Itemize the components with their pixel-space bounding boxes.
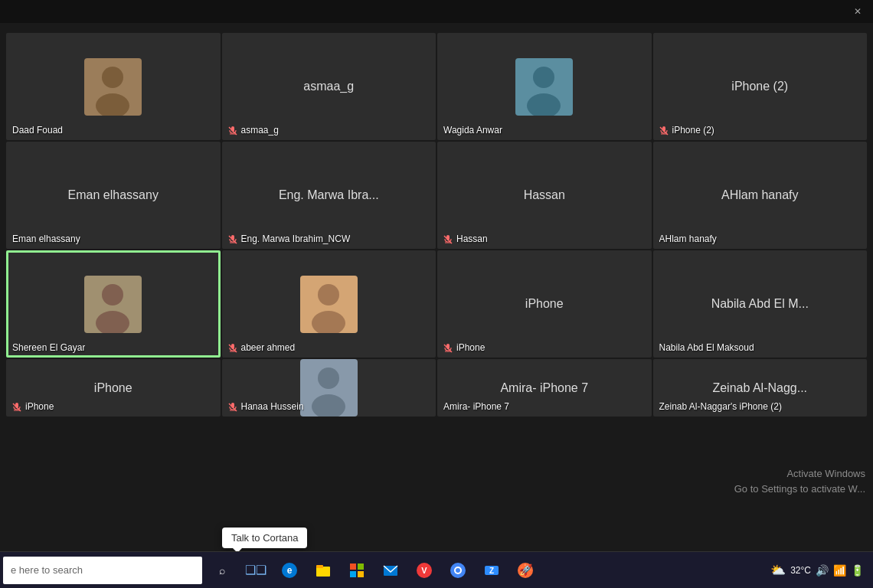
svg-rect-44 (358, 564, 364, 570)
battery-icon: 🔋 (851, 564, 864, 577)
participant-display-name-asmaa-g: asmaa_g (303, 80, 354, 93)
svg-point-34 (318, 368, 339, 389)
participant-photo-daad-fouad (84, 58, 142, 116)
video-cell-shereen-el-gayar[interactable]: Shereen El Gayar (6, 250, 221, 358)
search-text: e here to search (11, 564, 83, 576)
video-cell-ahlam-hanafy[interactable]: AHlam hanafyAHlam hanafy (653, 142, 868, 249)
cortana-label: Talk to Cortana (231, 532, 298, 544)
participant-label-zeinab-alnagg: Zeinab Al-Naggar's iPhone (2) (659, 401, 782, 412)
svg-text:Z: Z (489, 567, 494, 575)
participant-label-hassan: Hassan (443, 234, 488, 244)
edge-browser-icon[interactable]: e (274, 555, 305, 586)
participant-label-wagida-anwar: Wagida Anwar (443, 125, 502, 136)
file-explorer-icon[interactable] (308, 555, 338, 586)
participant-photo-shereen-el-gayar (84, 276, 142, 333)
svg-point-1 (102, 67, 123, 88)
svg-text:V: V (421, 566, 427, 575)
cortana-popup: Talk to Cortana (222, 528, 307, 548)
close-button[interactable]: ✕ (850, 4, 865, 19)
participant-label-iphone-bottom: iPhone (12, 401, 54, 412)
svg-rect-43 (350, 564, 356, 570)
participant-display-name-amira-iphone7: Amira- iPhone 7 (500, 381, 588, 395)
search-taskbar-icon[interactable]: ⌕ (207, 555, 237, 586)
top-bar: ✕ (0, 0, 873, 23)
microsoft-store-icon[interactable] (342, 555, 372, 586)
search-bar[interactable]: e here to search (3, 557, 202, 584)
other-app-icon[interactable]: 🚀 (510, 555, 541, 586)
participant-label-eng-marwa: Eng. Marwa Ibrahim_NCW (228, 234, 351, 244)
svg-rect-42 (316, 565, 323, 568)
zoom-icon[interactable]: Z (476, 555, 507, 586)
video-cell-nabila-abd[interactable]: Nabila Abd El M...Nabila Abd El Maksoud (653, 250, 868, 358)
participant-display-name-iphone-middle: iPhone (525, 297, 564, 311)
participant-photo-abeer-ahmed (300, 276, 358, 333)
chrome-icon[interactable] (443, 555, 473, 586)
mute-icon-iphone-2 (659, 126, 670, 136)
participant-photo-wagida-anwar (515, 58, 573, 116)
video-cell-abeer-ahmed[interactable]: abeer ahmed (222, 250, 436, 358)
participant-label-asmaa-g: asmaa_g (228, 125, 279, 136)
mute-icon-asmaa-g (228, 126, 239, 136)
weather-icon: ⛅ (770, 563, 786, 577)
task-view-icon[interactable]: ❑❑ (240, 555, 271, 586)
video-cell-iphone-bottom[interactable]: iPhoneiPhone (6, 359, 221, 416)
svg-point-22 (318, 284, 339, 305)
speaker-icon: 🔊 (816, 564, 829, 577)
video-cell-eng-marwa[interactable]: Eng. Marwa Ibra...Eng. Marwa Ibrahim_NCW (222, 142, 436, 249)
participant-label-daad-fouad: Daad Fouad (12, 125, 63, 136)
participant-label-shereen-el-gayar: Shereen El Gayar (12, 342, 85, 353)
video-cell-hassan[interactable]: HassanHassan (437, 142, 652, 249)
temperature: 32°C (790, 565, 811, 576)
participant-display-name-nabila-abd: Nabila Abd El M... (711, 297, 809, 311)
participant-label-ahlam-hanafy: AHlam hanafy (659, 234, 717, 244)
video-cell-iphone-middle[interactable]: iPhoneiPhone (437, 250, 652, 358)
activate-line1: Activate Windows (734, 466, 865, 482)
mute-icon-hassan (443, 234, 454, 244)
video-cell-wagida-anwar[interactable]: Wagida Anwar (437, 33, 652, 140)
participant-label-nabila-abd: Nabila Abd El Maksoud (659, 342, 754, 353)
video-cell-iphone-2[interactable]: iPhone (2)iPhone (2) (653, 33, 868, 140)
participant-display-name-ahlam-hanafy: AHlam hanafy (721, 188, 799, 202)
taskbar-right: ⛅ 32°C 🔊 📶 🔋 (770, 563, 870, 577)
video-cell-amira-iphone7[interactable]: Amira- iPhone 7Amira- iPhone 7 (437, 359, 652, 416)
video-cell-daad-fouad[interactable]: Daad Fouad (6, 33, 221, 140)
participant-photo-hanaa-hussein (300, 359, 358, 416)
participant-label-hanaa-hussein: Hanaa Hussein (228, 401, 304, 412)
video-cell-hanaa-hussein[interactable]: Hanaa Hussein (222, 359, 436, 416)
taskbar: e here to search ⌕ ❑❑ e V Z 🚀 ⛅ 32°C 🔊 📶… (0, 551, 873, 588)
svg-text:e: e (287, 565, 293, 576)
svg-point-19 (102, 284, 123, 305)
mute-icon-abeer-ahmed (228, 343, 239, 353)
participant-label-iphone-middle: iPhone (443, 342, 485, 353)
participant-label-abeer-ahmed: abeer ahmed (228, 342, 296, 353)
participant-display-name-eng-marwa: Eng. Marwa Ibra... (279, 188, 379, 202)
svg-rect-45 (350, 571, 356, 577)
video-cell-eman-elhassany[interactable]: Eman elhassanyEman elhassany (6, 142, 221, 249)
participant-display-name-iphone-2: iPhone (2) (731, 80, 788, 93)
vivaldi-icon[interactable]: V (409, 555, 440, 586)
video-cell-zeinab-alnagg[interactable]: Zeinab Al-Nagg...Zeinab Al-Naggar's iPho… (653, 359, 868, 416)
video-cell-asmaa-g[interactable]: asmaa_gasmaa_g (222, 33, 436, 140)
participant-display-name-zeinab-alnagg: Zeinab Al-Nagg... (712, 381, 807, 395)
participant-display-name-eman-elhassany: Eman elhassany (68, 188, 159, 202)
activate-line2: Go to Settings to activate W... (734, 482, 865, 497)
participant-label-eman-elhassany: Eman elhassany (12, 234, 80, 244)
svg-text:🚀: 🚀 (519, 564, 533, 577)
svg-point-52 (456, 568, 460, 573)
mute-icon-hanaa-hussein (228, 402, 239, 412)
video-grid: Daad Fouadasmaa_gasmaa_g Wagida AnwariPh… (0, 27, 873, 423)
mute-icon-iphone-middle (443, 343, 454, 353)
participant-label-amira-iphone7: Amira- iPhone 7 (443, 401, 509, 412)
mail-icon[interactable] (375, 555, 406, 586)
svg-rect-46 (358, 571, 364, 577)
mute-icon-iphone-bottom (12, 402, 23, 412)
participant-label-iphone-2: iPhone (2) (659, 125, 714, 136)
svg-point-7 (533, 67, 554, 88)
mute-icon-eng-marwa (228, 234, 239, 244)
network-icon: 📶 (833, 564, 846, 577)
participant-display-name-iphone-bottom: iPhone (94, 381, 132, 395)
activate-windows-notice: Activate Windows Go to Settings to activ… (734, 466, 865, 496)
participant-display-name-hassan: Hassan (524, 188, 565, 202)
